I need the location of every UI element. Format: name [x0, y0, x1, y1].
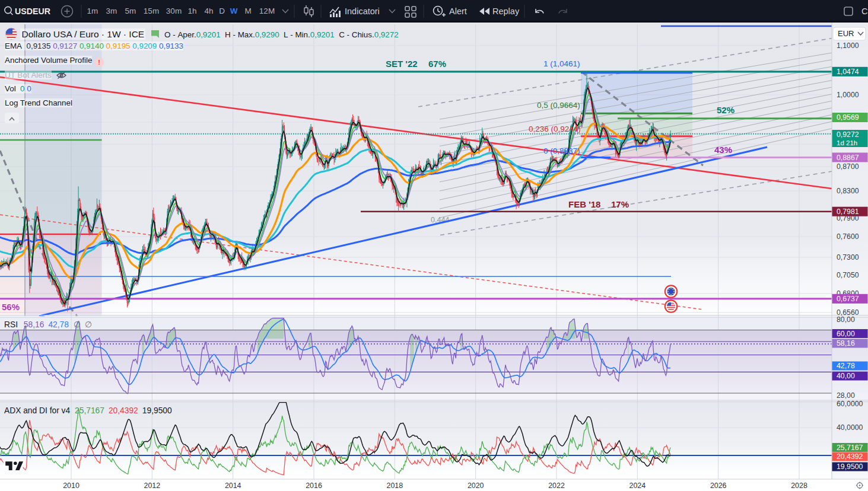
svg-text:28,00: 28,00 [837, 391, 855, 400]
svg-text:0,8300: 0,8300 [837, 187, 859, 195]
svg-text:3m: 3m [106, 7, 117, 15]
svg-text:2018: 2018 [387, 482, 403, 490]
svg-text:5m: 5m [125, 7, 136, 15]
svg-text:56%: 56% [2, 302, 20, 312]
svg-text:0,8867: 0,8867 [837, 154, 859, 162]
svg-text:2028: 2028 [791, 482, 807, 490]
svg-text:1d 21h: 1d 21h [837, 139, 857, 146]
svg-text:D: D [219, 7, 225, 15]
svg-text:20,4392: 20,4392 [837, 452, 863, 461]
svg-text:0,236 (0,9244): 0,236 (0,9244) [529, 125, 581, 133]
svg-text:M: M [244, 7, 251, 15]
svg-text:2010: 2010 [63, 482, 80, 490]
svg-text:1,0474: 1,0474 [837, 68, 859, 76]
svg-text:1 (1,0461): 1 (1,0461) [543, 59, 580, 68]
svg-text:EUR: EUR [838, 29, 854, 38]
svg-text:12M: 12M [259, 7, 275, 15]
svg-text:0,7981: 0,7981 [837, 208, 859, 216]
svg-text:58,16: 58,16 [837, 339, 855, 347]
svg-text:2016: 2016 [306, 482, 322, 490]
svg-text:2022: 2022 [548, 482, 565, 490]
svg-text:25,7167: 25,7167 [837, 444, 863, 452]
svg-text:USDEUR: USDEUR [15, 7, 50, 16]
svg-text:Replay: Replay [492, 7, 520, 16]
svg-text:40,0000: 40,0000 [837, 423, 863, 432]
svg-text:30m: 30m [166, 7, 182, 15]
svg-text:67%: 67% [428, 59, 446, 69]
svg-text:0,7300: 0,7300 [837, 253, 859, 262]
svg-text:0,9272: 0,9272 [837, 130, 859, 139]
svg-text:42,78: 42,78 [837, 362, 855, 370]
svg-text:0,6737: 0,6737 [837, 295, 859, 303]
svg-text:1,1000: 1,1000 [837, 42, 859, 50]
svg-text:0 (0,8837): 0 (0,8837) [543, 146, 580, 155]
svg-text:52%: 52% [717, 105, 735, 115]
svg-text:43%: 43% [714, 145, 732, 155]
svg-text:60,0000: 60,0000 [837, 400, 863, 408]
svg-text:1,0000: 1,0000 [837, 91, 859, 99]
svg-text:W: W [230, 7, 238, 15]
svg-text:15m: 15m [144, 7, 159, 15]
svg-text:80,00: 80,00 [837, 315, 855, 324]
svg-text:19,9500: 19,9500 [837, 463, 863, 471]
svg-text:ADX and DI for v4 25,716720,43: ADX and DI for v4 25,716720,439219,9500 [4, 406, 172, 415]
svg-text:1m: 1m [87, 7, 98, 15]
svg-text:Indicatori: Indicatori [345, 7, 380, 16]
svg-text:0,9569: 0,9569 [837, 113, 859, 122]
svg-text:0,7600: 0,7600 [837, 232, 859, 241]
svg-text:0,5 (0,9664): 0,5 (0,9664) [537, 101, 580, 110]
svg-text:40,00: 40,00 [837, 372, 855, 380]
svg-text:2026: 2026 [710, 482, 727, 490]
svg-text:0,8700: 0,8700 [837, 162, 859, 171]
svg-text:2024: 2024 [629, 482, 646, 490]
svg-text:17%: 17% [611, 199, 629, 209]
svg-text:Alert: Alert [449, 7, 467, 16]
svg-text:FEB '18: FEB '18 [568, 199, 600, 209]
svg-text:RSI 58,1642,78∅∅: RSI 58,1642,78∅∅ [4, 320, 92, 329]
svg-text:2012: 2012 [144, 482, 161, 490]
svg-text:60,00: 60,00 [837, 330, 855, 338]
svg-text:C: C [861, 7, 867, 16]
svg-text:1h: 1h [187, 7, 196, 15]
svg-text:2020: 2020 [468, 482, 484, 490]
svg-text:2014: 2014 [225, 482, 241, 490]
svg-text:4h: 4h [204, 7, 213, 15]
svg-text:0,7050: 0,7050 [837, 271, 859, 279]
